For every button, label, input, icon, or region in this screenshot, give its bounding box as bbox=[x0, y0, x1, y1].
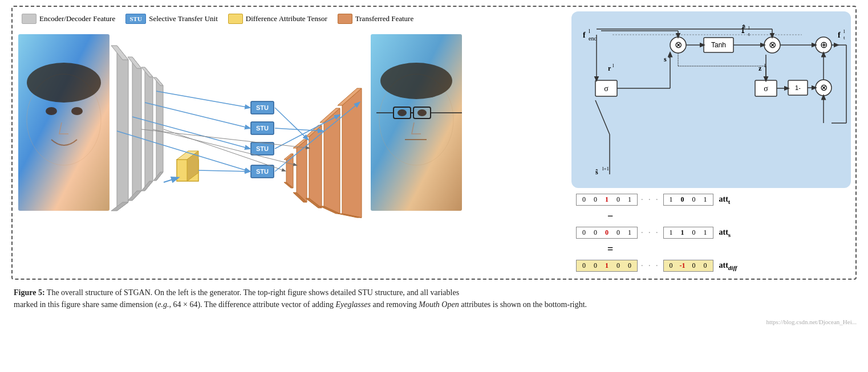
svg-point-64 bbox=[417, 109, 427, 116]
svg-text:1-: 1- bbox=[795, 84, 801, 91]
svg-marker-43 bbox=[324, 108, 340, 214]
svg-text:r: r bbox=[608, 64, 611, 72]
att-s-left: 0 0 0 0 1 bbox=[576, 227, 638, 239]
svg-text:z: z bbox=[759, 64, 762, 72]
att-vectors: 0 0 1 0 1 · · · 1 0 0 1 attt bbox=[571, 188, 851, 274]
stu-schematic-svg: f l enc σ r l s l Tanh f̂ bbox=[578, 21, 852, 191]
att-diff-row: 0 0 1 0 0 · · · 0 -1 0 0 attdiff bbox=[576, 260, 846, 272]
att-t-r2: 0 bbox=[689, 195, 699, 204]
stu-label: Selective Transfer Unit bbox=[149, 14, 218, 23]
svg-marker-8 bbox=[132, 57, 141, 201]
network-area: STU STU STU STU bbox=[17, 28, 567, 274]
svg-rect-0 bbox=[18, 34, 109, 211]
att-s-label: atts bbox=[719, 228, 731, 238]
att-s-right: 1 1 0 1 bbox=[663, 227, 713, 239]
svg-text:l: l bbox=[589, 28, 590, 34]
att-s-row: 0 0 0 0 1 · · · 1 1 0 1 atts bbox=[576, 227, 846, 239]
svg-marker-5 bbox=[117, 46, 128, 211]
caption-text4: and removing bbox=[371, 300, 419, 309]
att-s-l3: 0 bbox=[613, 228, 623, 237]
svg-point-2 bbox=[46, 107, 57, 115]
svg-text:⊗: ⊗ bbox=[820, 83, 828, 92]
att-t-label: attt bbox=[719, 195, 731, 205]
svg-marker-40 bbox=[309, 125, 322, 208]
caption-text2: marked in this figure share same dimensi… bbox=[14, 300, 157, 309]
att-diff-l0: 0 bbox=[579, 261, 589, 270]
svg-line-49 bbox=[275, 108, 308, 140]
svg-text:STU: STU bbox=[256, 125, 269, 132]
caption-figure-num: Figure 5: bbox=[14, 288, 45, 297]
svg-point-3 bbox=[71, 107, 83, 115]
svg-text:enc: enc bbox=[589, 35, 597, 42]
att-t-right: 1 0 0 1 bbox=[663, 194, 713, 206]
legend-and-diagram: Encoder/Decoder Feature STU Selective Tr… bbox=[17, 11, 567, 274]
svg-text:STU: STU bbox=[256, 168, 269, 175]
architecture-svg: STU STU STU STU bbox=[17, 28, 530, 222]
svg-text:σ: σ bbox=[604, 84, 609, 93]
att-s-r1: 1 bbox=[678, 228, 688, 237]
att-diff-l3: 0 bbox=[613, 261, 623, 270]
svg-line-20 bbox=[164, 178, 178, 182]
att-t-l4: 1 bbox=[624, 195, 635, 204]
minus-operator: − bbox=[576, 210, 846, 222]
svg-text:f: f bbox=[838, 31, 841, 39]
legend-transferred: Transferred Feature bbox=[338, 14, 413, 24]
svg-text:⊗: ⊗ bbox=[769, 40, 776, 50]
diff-icon bbox=[228, 14, 243, 24]
att-t-l0: 0 bbox=[579, 195, 589, 204]
att-diff-left: 0 0 1 0 0 bbox=[576, 260, 638, 272]
att-diff-r0: 0 bbox=[666, 261, 676, 270]
att-s-r0: 1 bbox=[666, 228, 676, 237]
att-t-r3: 1 bbox=[700, 195, 711, 204]
svg-line-33 bbox=[198, 170, 250, 171]
svg-text:t: t bbox=[843, 35, 845, 40]
svg-text:l: l bbox=[748, 25, 750, 31]
stu-icon: STU bbox=[125, 14, 146, 24]
att-t-left: 0 0 1 0 1 bbox=[576, 194, 638, 206]
svg-point-4 bbox=[27, 63, 101, 103]
att-s-l2: 0 bbox=[602, 228, 612, 237]
att-t-l1: 0 bbox=[590, 195, 601, 204]
legend-encoder: Encoder/Decoder Feature bbox=[22, 14, 115, 24]
att-diff-label: attdiff bbox=[719, 261, 737, 271]
svg-text:STU: STU bbox=[256, 104, 269, 111]
svg-marker-46 bbox=[342, 88, 362, 218]
svg-text:STU: STU bbox=[256, 145, 269, 152]
att-diff-r1: -1 bbox=[678, 261, 688, 270]
att-diff-r3: 0 bbox=[700, 261, 711, 270]
svg-line-29 bbox=[156, 91, 250, 108]
caption-italic2: Eyeglasses bbox=[336, 300, 371, 309]
legend-bar: Encoder/Decoder Feature STU Selective Tr… bbox=[17, 11, 567, 26]
caption-italic1: e.g., bbox=[157, 300, 171, 309]
encoder-icon bbox=[22, 14, 36, 24]
transferred-icon bbox=[338, 14, 352, 24]
svg-text:σ: σ bbox=[764, 84, 768, 93]
att-s-r3: 1 bbox=[700, 228, 711, 237]
svg-marker-11 bbox=[145, 67, 153, 191]
svg-text:ŝ: ŝ bbox=[595, 168, 598, 176]
right-panel: f l enc σ r l s l Tanh f̂ bbox=[571, 11, 851, 274]
encoder-label: Encoder/Decoder Feature bbox=[39, 14, 115, 23]
svg-text:Tanh: Tanh bbox=[711, 41, 726, 49]
svg-text:s: s bbox=[664, 55, 667, 63]
att-diff-l1: 0 bbox=[590, 261, 601, 270]
transferred-label: Transferred Feature bbox=[355, 14, 413, 23]
svg-line-54 bbox=[153, 129, 297, 165]
svg-text:l+1: l+1 bbox=[602, 166, 609, 171]
svg-marker-37 bbox=[297, 140, 307, 202]
att-s-l4: 1 bbox=[624, 228, 635, 237]
att-s-r2: 0 bbox=[689, 228, 699, 237]
svg-text:t: t bbox=[748, 31, 750, 37]
caption-text3: 64 × 64). The difference attribute vecto… bbox=[171, 300, 335, 309]
figure-caption: Figure 5: The overall structure of STGAN… bbox=[11, 287, 857, 310]
equals-operator: = bbox=[576, 243, 846, 255]
att-diff-l4: 0 bbox=[624, 261, 635, 270]
att-s-dots: · · · bbox=[641, 228, 660, 238]
svg-text:f̂: f̂ bbox=[741, 24, 745, 35]
att-diff-dots: · · · bbox=[641, 261, 660, 271]
svg-point-63 bbox=[398, 109, 407, 116]
svg-point-66 bbox=[380, 63, 452, 99]
att-t-r1: 0 bbox=[678, 195, 688, 204]
figure-box: Encoder/Decoder Feature STU Selective Tr… bbox=[11, 6, 857, 280]
att-diff-right: 0 -1 0 0 bbox=[663, 260, 713, 272]
